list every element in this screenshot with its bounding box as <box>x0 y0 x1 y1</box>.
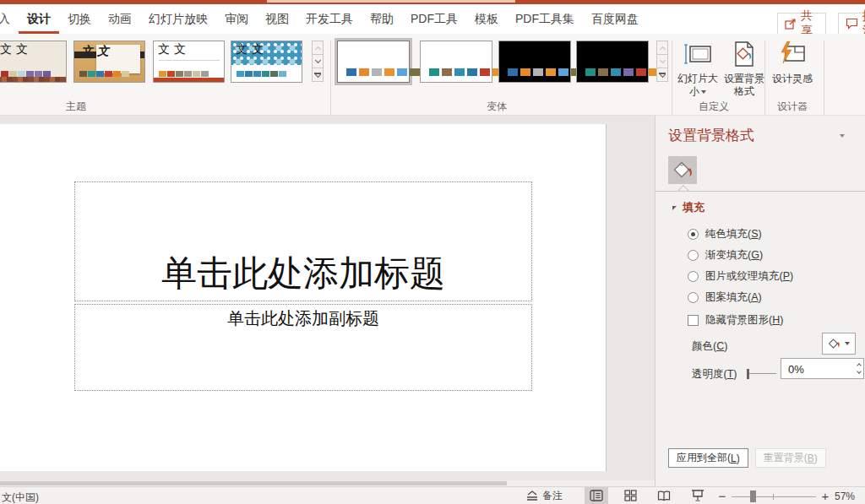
format-background-button[interactable]: 设置背景格式 <box>722 39 766 98</box>
option-隐藏背景图形(H)[interactable]: 隐藏背景图形(H) <box>688 310 793 331</box>
variants-scroll-down-button[interactable] <box>656 54 668 68</box>
themes-gallery-scroll <box>312 41 324 81</box>
ribbon-tab-PDF工具[interactable]: PDF工具 <box>402 4 466 34</box>
fill-option-图案填充(A)[interactable]: 图案填充(A) <box>688 287 793 308</box>
comments-button[interactable]: 批注 <box>838 13 865 35</box>
reading-view-button[interactable] <box>652 487 676 504</box>
slide[interactable]: 单击此处添加标题 单击此处添加副标题 <box>0 124 607 471</box>
zoom-percentage[interactable]: 57% <box>835 490 855 502</box>
themes-scroll-down-button[interactable] <box>312 54 324 68</box>
ribbon-tab-row: 插入设计切换动画幻灯片放映审阅视图开发工具帮助PDF工具模板PDF工具集百度网盘… <box>0 4 865 34</box>
design-ideas-label: 设计灵感 <box>770 73 814 85</box>
slide-canvas: 单击此处添加标题 单击此处添加副标题 <box>0 116 655 486</box>
variant-thumbnail[interactable] <box>420 41 492 83</box>
radio-control[interactable] <box>688 250 699 261</box>
zoom-slider-center-tick <box>773 494 774 500</box>
ribbon-tab-帮助[interactable]: 帮助 <box>362 4 402 34</box>
pane-options-dropdown[interactable] <box>840 134 845 138</box>
ribbon-tab-百度网盘[interactable]: 百度网盘 <box>583 4 647 34</box>
themes-more-button[interactable] <box>312 68 324 82</box>
subtitle-placeholder[interactable]: 单击此处添加副标题 <box>74 304 532 391</box>
color-row: 颜色(C) <box>692 339 857 354</box>
pane-buttons: 应用到全部(L) 重置背景(B) <box>668 448 826 468</box>
fill-tab-bucket-icon[interactable] <box>668 156 697 184</box>
ribbon-tab-插入[interactable]: 插入 <box>0 4 19 34</box>
spinner-arrows <box>857 360 861 373</box>
slide-sorter-view-button[interactable] <box>618 487 642 504</box>
slide-size-button[interactable]: 幻灯片大小 <box>676 39 720 98</box>
variant-thumbnail[interactable] <box>576 41 649 83</box>
ribbon-tab-模板[interactable]: 模板 <box>466 4 507 34</box>
collapse-triangle-icon <box>672 206 677 210</box>
ribbon-tab-视图[interactable]: 视图 <box>257 4 297 34</box>
pane-title: 设置背景格式 <box>668 126 754 145</box>
ribbon-tab-动画[interactable]: 动画 <box>100 4 140 34</box>
notes-button[interactable]: 备注 <box>525 489 563 503</box>
theme-thumbnail[interactable]: 文文 <box>73 41 145 83</box>
variant-thumbnail[interactable] <box>498 41 571 83</box>
transparency-slider-thumb[interactable] <box>747 369 749 379</box>
titlebar-strip-highlight <box>267 0 515 3</box>
fill-option-图片或纹理填充(P)[interactable]: 图片或纹理填充(P) <box>688 266 793 287</box>
themes-scroll-up-button[interactable] <box>312 41 324 55</box>
format-background-icon <box>733 39 755 69</box>
zoom-out-button[interactable]: − <box>716 489 728 503</box>
ribbon-tab-开发工具[interactable]: 开发工具 <box>297 4 362 34</box>
zoom-in-button[interactable]: + <box>819 489 831 503</box>
variants-gallery-scroll <box>656 41 668 81</box>
transparency-slider-track <box>749 373 776 374</box>
ribbon-tab-PDF工具集[interactable]: PDF工具集 <box>507 4 583 34</box>
designer-group-label: 设计器 <box>767 100 818 114</box>
transparency-value: 0% <box>788 363 804 376</box>
dropdown-arrow-icon <box>845 342 850 345</box>
fill-option-渐变填充(G)[interactable]: 渐变填充(G) <box>688 245 793 266</box>
language-indicator[interactable]: 文(中国) <box>2 490 39 504</box>
bucket-icon <box>828 339 840 350</box>
ribbon-tab-切换[interactable]: 切换 <box>59 4 100 34</box>
variant-thumbnail-selected[interactable] <box>337 41 410 83</box>
transparency-spinner[interactable]: 0% <box>781 358 864 379</box>
ribbon-tab-幻灯片放映[interactable]: 幻灯片放映 <box>140 4 216 34</box>
color-picker-button[interactable] <box>822 333 856 355</box>
variants-group-label: 变体 <box>471 100 522 114</box>
zoom-slider-thumb[interactable] <box>750 490 756 502</box>
horizontal-scrollbar[interactable] <box>0 480 655 486</box>
fill-option-纯色填充(S)[interactable]: 纯色填充(S) <box>688 224 793 245</box>
ribbon-tabs: 插入设计切换动画幻灯片放映审阅视图开发工具帮助PDF工具模板PDF工具集百度网盘 <box>0 4 865 34</box>
transparency-label: 透明度(T) <box>692 367 737 382</box>
comment-icon <box>846 18 858 30</box>
slideshow-view-button[interactable] <box>686 487 710 504</box>
normal-view-button[interactable] <box>585 487 608 504</box>
option-label: 图片或纹理填充(P) <box>705 269 793 284</box>
transparency-row: 透明度(T) 0% <box>692 367 857 382</box>
spin-up-icon[interactable] <box>857 363 862 368</box>
variants-scroll-up-button[interactable] <box>656 41 668 55</box>
spin-down-icon[interactable] <box>857 369 862 374</box>
title-placeholder[interactable]: 单击此处添加标题 <box>74 182 532 301</box>
theme-thumbnail[interactable]: 文文 <box>0 41 67 83</box>
design-ideas-button[interactable]: 设计灵感 <box>770 39 814 85</box>
status-bar: 文(中国) 备注 − + 57% <box>0 486 865 504</box>
variants-more-button[interactable] <box>656 68 668 82</box>
radio-control[interactable] <box>688 292 699 303</box>
share-button[interactable]: 共享 <box>777 13 826 35</box>
zoom-slider-track[interactable] <box>732 496 816 497</box>
theme-thumbnail[interactable]: 文文 <box>153 41 225 83</box>
checkbox-control[interactable] <box>688 315 699 326</box>
radio-control[interactable] <box>688 229 699 240</box>
slide-size-label: 幻灯片大小 <box>676 73 720 98</box>
option-label: 渐变填充(G) <box>705 248 763 263</box>
pane-separator <box>656 191 865 192</box>
option-label: 纯色填充(S) <box>705 227 762 241</box>
ribbon-tab-审阅[interactable]: 审阅 <box>216 4 257 34</box>
format-background-label: 设置背景格式 <box>722 73 766 98</box>
fill-section-header[interactable]: 填充 <box>672 200 705 215</box>
ribbon-tab-设计[interactable]: 设计 <box>19 4 59 34</box>
horizontal-scrollbar-thumb[interactable] <box>0 481 507 485</box>
apply-to-all-button[interactable]: 应用到全部(L) <box>668 448 748 468</box>
theme-thumbnail[interactable]: 文文 <box>231 41 302 83</box>
notes-icon <box>525 490 539 501</box>
radio-control[interactable] <box>688 271 699 282</box>
subtitle-placeholder-text: 单击此处添加副标题 <box>75 307 531 330</box>
reset-background-button[interactable]: 重置背景(B) <box>755 448 826 468</box>
